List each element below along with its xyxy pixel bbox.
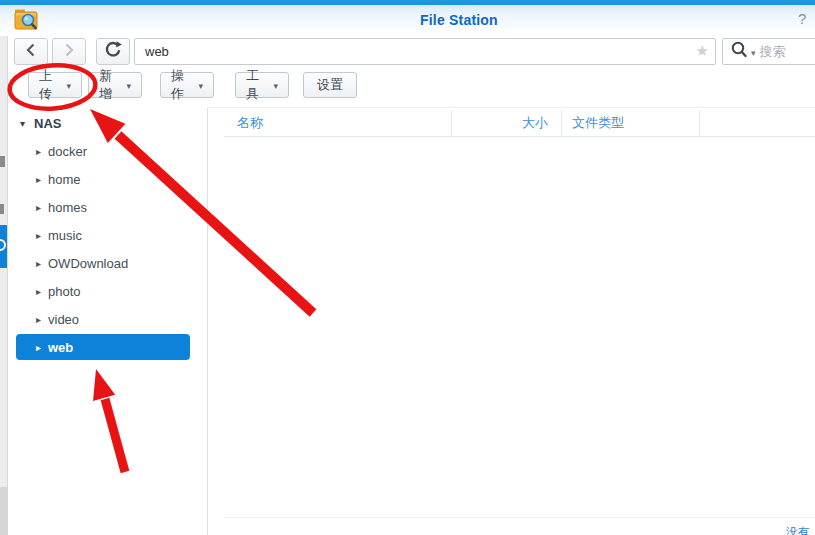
titlebar bbox=[0, 5, 815, 36]
file-station-app-icon bbox=[14, 8, 38, 31]
tree-collapsed-icon[interactable]: ▸ bbox=[36, 286, 48, 297]
tree-expanded-icon[interactable]: ▾ bbox=[20, 118, 34, 129]
upload-button[interactable]: 上传 ▾ bbox=[28, 72, 82, 98]
search-icon bbox=[730, 40, 748, 63]
back-button[interactable] bbox=[14, 38, 48, 65]
address-input[interactable] bbox=[145, 39, 685, 64]
sidebar-item-video[interactable]: ▸ video bbox=[36, 306, 192, 332]
column-header-extra[interactable] bbox=[700, 110, 815, 136]
settings-button-label: 设置 bbox=[317, 76, 343, 94]
sidebar-item-label: photo bbox=[48, 284, 81, 299]
help-icon[interactable]: ? bbox=[798, 10, 806, 27]
sidebar-item-label: web bbox=[48, 340, 73, 355]
sidebar-divider bbox=[207, 108, 208, 535]
sidebar-item-label: docker bbox=[48, 144, 87, 159]
sidebar-item-homes[interactable]: ▸ homes bbox=[36, 194, 192, 220]
refresh-icon bbox=[102, 39, 124, 65]
sidebar-item-web[interactable]: ▸ web bbox=[16, 334, 190, 360]
tree-collapsed-icon[interactable]: ▸ bbox=[36, 258, 48, 269]
create-button-label: 新增 bbox=[99, 67, 121, 103]
sidebar-item-docker[interactable]: ▸ docker bbox=[36, 138, 192, 164]
sidebar-item-home[interactable]: ▸ home bbox=[36, 166, 192, 192]
column-header-name[interactable]: 名称 bbox=[224, 110, 452, 136]
sidebar-item-label: OWDownload bbox=[48, 256, 128, 271]
forward-button[interactable] bbox=[52, 38, 86, 65]
sidebar-item-owdownload[interactable]: ▸ OWDownload bbox=[36, 250, 192, 276]
background-window-fragment bbox=[0, 204, 4, 214]
background-window-sliver bbox=[0, 36, 8, 535]
dropdown-caret-icon: ▾ bbox=[198, 81, 203, 91]
sidebar-item-label: video bbox=[48, 312, 79, 327]
sidebar-item-label: home bbox=[48, 172, 81, 187]
favorite-star-icon[interactable]: ★ bbox=[696, 42, 709, 60]
dropdown-caret-icon: ▾ bbox=[66, 81, 71, 91]
sidebar-root-label: NAS bbox=[34, 116, 61, 131]
sidebar-item-nas[interactable]: ▾ NAS bbox=[20, 114, 61, 132]
dropdown-caret-icon: ▾ bbox=[273, 81, 278, 91]
search-box[interactable]: ▾ 搜索 bbox=[722, 38, 815, 65]
sidebar-item-label: homes bbox=[48, 200, 87, 215]
column-header-filetype[interactable]: 文件类型 bbox=[562, 110, 700, 136]
settings-button[interactable]: 设置 bbox=[303, 72, 357, 98]
list-top-border bbox=[208, 107, 815, 108]
sidebar-item-label: music bbox=[48, 228, 82, 243]
tools-button-label: 工具 bbox=[246, 67, 268, 103]
tree-collapsed-icon[interactable]: ▸ bbox=[36, 202, 48, 213]
refresh-button[interactable] bbox=[96, 38, 130, 65]
upload-button-label: 上传 bbox=[39, 67, 61, 103]
action-button[interactable]: 操作 ▾ bbox=[160, 72, 214, 98]
search-placeholder: 搜索 bbox=[760, 43, 786, 61]
tree-collapsed-icon[interactable]: ▸ bbox=[36, 314, 48, 325]
statusbar-divider bbox=[224, 517, 815, 518]
sidebar-item-music[interactable]: ▸ music bbox=[36, 222, 192, 248]
address-bar[interactable]: ★ bbox=[134, 38, 716, 65]
annotation-arrow-web bbox=[93, 369, 125, 472]
tree-collapsed-icon[interactable]: ▸ bbox=[36, 230, 48, 241]
sidebar-item-photo[interactable]: ▸ photo bbox=[36, 278, 192, 304]
background-window-footer-fragment bbox=[0, 487, 8, 535]
chevron-left-icon bbox=[24, 42, 38, 62]
tools-button[interactable]: 工具 ▾ bbox=[235, 72, 289, 98]
tree-collapsed-icon[interactable]: ▸ bbox=[36, 174, 48, 185]
background-window-fragment bbox=[0, 156, 5, 167]
column-header-size[interactable]: 大小 bbox=[452, 110, 562, 136]
tree-collapsed-icon[interactable]: ▸ bbox=[36, 146, 48, 157]
tree-collapsed-icon[interactable]: ▸ bbox=[36, 342, 48, 353]
dropdown-caret-icon: ▾ bbox=[126, 81, 131, 91]
empty-list-hint: 没有 bbox=[786, 524, 810, 535]
window-title: File Station bbox=[420, 12, 498, 28]
chevron-right-icon bbox=[62, 42, 76, 62]
list-header-underline bbox=[224, 136, 815, 137]
create-button[interactable]: 新增 ▾ bbox=[88, 72, 142, 98]
action-button-label: 操作 bbox=[171, 67, 193, 103]
search-scope-caret-icon[interactable]: ▾ bbox=[751, 48, 756, 58]
